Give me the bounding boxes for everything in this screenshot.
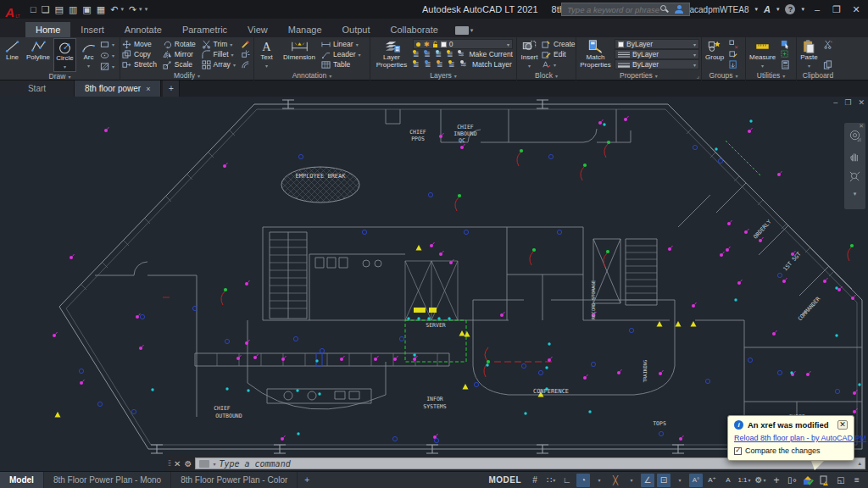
- linetype-dropdown-icon[interactable]: ▾: [693, 52, 696, 58]
- user-avatar-icon[interactable]: [675, 5, 683, 14]
- plot-icon[interactable]: ▦: [97, 4, 105, 15]
- file-tab-start[interactable]: Start: [0, 80, 75, 97]
- layer-properties-button[interactable]: Layer Properties: [372, 38, 411, 70]
- panel-label-block[interactable]: Block▾: [517, 70, 576, 80]
- copy-clip-button[interactable]: [823, 59, 832, 69]
- polyline-button[interactable]: Polyline: [25, 38, 52, 72]
- layout-tab-mono[interactable]: 8th Floor Power Plan - Mono: [44, 472, 171, 488]
- xref-reload-status-icon[interactable]: [802, 474, 815, 487]
- layer-on-all-icon[interactable]: ≣: [413, 60, 422, 69]
- make-current-icon[interactable]: ≋: [458, 50, 466, 59]
- match-layer-icon[interactable]: ≋: [460, 60, 470, 69]
- measure-dropdown-icon[interactable]: ▾: [761, 63, 764, 70]
- arc-button[interactable]: Arc ▾: [78, 38, 99, 72]
- rotate-button[interactable]: Rotate: [163, 39, 200, 49]
- navbar-dropdown-icon[interactable]: ▾: [854, 191, 857, 197]
- redo-dropdown-icon[interactable]: ▾: [139, 6, 142, 13]
- file-tab-document[interactable]: 8th floor power×: [75, 80, 161, 97]
- drawing-compare-status-icon[interactable]: [818, 474, 832, 487]
- lineweight-combo[interactable]: ByLayer▾: [615, 59, 699, 69]
- xref-popup-close-icon[interactable]: ✕: [837, 420, 848, 430]
- command-close-icon[interactable]: ✕: [174, 459, 181, 469]
- workspace-settings-button[interactable]: ⚙▾: [754, 474, 767, 487]
- search-icon[interactable]: [660, 5, 669, 14]
- array-button[interactable]: Array▾: [202, 59, 238, 69]
- arc-dropdown-icon[interactable]: ▾: [87, 63, 90, 70]
- panel-label-groups[interactable]: Groups▾: [702, 70, 745, 80]
- app-dropdown-icon[interactable]: ▾: [776, 6, 780, 13]
- command-dropdown-icon[interactable]: ▾: [213, 461, 215, 467]
- panel-label-draw[interactable]: Draw▾: [0, 72, 120, 80]
- measure-button[interactable]: Measure ▾: [748, 38, 777, 70]
- annotation-monitor-button[interactable]: +: [770, 474, 783, 487]
- panel-label-properties[interactable]: Properties▾: [576, 70, 701, 80]
- polar-dropdown-icon[interactable]: ▾: [593, 474, 606, 487]
- drawing-minimize-icon[interactable]: –: [833, 98, 837, 107]
- undo-icon[interactable]: ↶: [110, 4, 118, 15]
- user-dropdown-icon[interactable]: ▾: [755, 6, 759, 13]
- layer-unisolate-icon[interactable]: ≣: [425, 60, 434, 69]
- command-customize-icon[interactable]: ⚙: [184, 459, 192, 469]
- annotation-autoscale-toggle[interactable]: A⁺: [705, 474, 719, 487]
- layout-tab-model[interactable]: Model: [0, 472, 44, 488]
- offset-button[interactable]: [241, 59, 250, 69]
- close-button[interactable]: ✕: [849, 4, 863, 15]
- ribbon-display-toggle[interactable]: ▾: [455, 26, 474, 35]
- rectangle-button[interactable]: ▾: [100, 39, 114, 49]
- linear-button[interactable]: Linear▾: [321, 39, 362, 49]
- sheet-set-icon[interactable]: ▣: [82, 4, 91, 15]
- annotation-scale-icon[interactable]: A: [721, 474, 735, 487]
- compare-changes-checkbox[interactable]: ✓: [734, 447, 742, 455]
- scale-button[interactable]: Scale: [163, 59, 200, 69]
- paste-dropdown-icon[interactable]: ▾: [808, 63, 810, 70]
- file-tab-close-icon[interactable]: ×: [146, 85, 150, 93]
- new-drawing-tab-button[interactable]: +: [163, 80, 180, 97]
- ungroup-button[interactable]: [729, 39, 738, 49]
- group-edit-button[interactable]: [729, 49, 738, 59]
- copy-button[interactable]: Copy: [122, 49, 161, 59]
- command-recent-icon[interactable]: [199, 460, 209, 468]
- erase-button[interactable]: [241, 39, 250, 49]
- group-button[interactable]: Group: [704, 38, 726, 70]
- grid-toggle[interactable]: #: [528, 474, 542, 487]
- block-edit-button[interactable]: Edit: [542, 49, 570, 59]
- ellipse-button[interactable]: ▾: [100, 50, 114, 60]
- new-file-icon[interactable]: □: [31, 4, 36, 14]
- tab-parametric[interactable]: Parametric: [172, 22, 237, 37]
- panel-label-utilities[interactable]: Utilities▾: [746, 70, 796, 80]
- block-create-button[interactable]: Create: [542, 39, 570, 49]
- explode-button[interactable]: [241, 49, 250, 59]
- help-icon[interactable]: ?: [785, 4, 795, 14]
- pan-hand-icon[interactable]: [849, 150, 861, 163]
- redo-icon[interactable]: ↷: [129, 4, 136, 15]
- drawing-canvas[interactable]: CHIEFPPOSCHIEFINBOUNDQCEMPLOYEE BREAKSER…: [0, 97, 868, 471]
- snap-toggle[interactable]: ∷▾: [544, 474, 558, 487]
- cut-button[interactable]: [823, 39, 832, 49]
- annotation-visibility-toggle[interactable]: A°: [689, 474, 703, 487]
- save-icon[interactable]: ▤: [55, 4, 64, 15]
- hatch-button[interactable]: ▾: [100, 61, 114, 71]
- color-combo[interactable]: ByLayer▾: [615, 39, 699, 49]
- color-dropdown-icon[interactable]: ▾: [693, 42, 696, 47]
- clean-screen-toggle[interactable]: ◱: [834, 474, 848, 487]
- panel-label-layers[interactable]: Layers▾: [370, 70, 516, 80]
- annotation-scale-value[interactable]: 1:1▾: [737, 474, 751, 487]
- linetype-combo[interactable]: ByLayer▾: [615, 49, 699, 59]
- new-layout-button[interactable]: +: [298, 472, 316, 488]
- lineweight-dropdown-icon[interactable]: ▾: [693, 62, 696, 68]
- layer-thaw-all-icon[interactable]: ≣: [437, 60, 446, 69]
- navbar-close-icon[interactable]: ✕: [859, 123, 864, 130]
- tab-home[interactable]: Home: [25, 22, 70, 37]
- save-as-icon[interactable]: ▥: [69, 4, 77, 15]
- layer-freeze-icon[interactable]: ≣: [436, 50, 444, 59]
- isolate-objects-button[interactable]: ▯∘: [786, 474, 799, 487]
- line-button[interactable]: Line: [2, 38, 23, 72]
- paste-button[interactable]: Paste ▾: [798, 38, 820, 70]
- tab-manage[interactable]: Manage: [278, 22, 332, 37]
- layer-lock-icon[interactable]: ≣: [447, 50, 455, 59]
- quick-select-button[interactable]: [781, 39, 790, 49]
- make-current-button[interactable]: Make Current: [469, 50, 513, 58]
- leader-button[interactable]: Leader▾: [321, 49, 362, 59]
- command-history-icon[interactable]: ▴: [858, 460, 861, 467]
- tab-collaborate[interactable]: Collaborate: [381, 22, 448, 37]
